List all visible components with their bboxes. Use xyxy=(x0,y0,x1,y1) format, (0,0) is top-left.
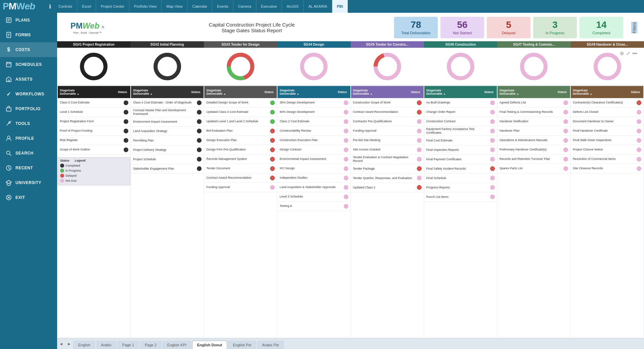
table-row[interactable]: Change Order Report xyxy=(424,107,497,117)
sidebar-item-assets[interactable]: ASSETS xyxy=(0,72,57,87)
table-row[interactable]: Project Schedule xyxy=(131,155,204,164)
table-row[interactable]: Pre-bid Site Meeting xyxy=(351,136,424,145)
nav-al-akaria[interactable]: AL AKARIA xyxy=(304,0,332,13)
table-row[interactable]: Project Closure Notice xyxy=(571,145,643,155)
table-row[interactable]: Deferts List Closed xyxy=(571,107,643,117)
tab-english-kpi[interactable]: English KPI xyxy=(162,341,191,349)
table-row[interactable]: Level 1 Schedule xyxy=(58,107,130,117)
table-row[interactable]: Tender Evaluation & Contract Negotiation… xyxy=(351,155,424,164)
table-row[interactable]: Contract Award Recommendation xyxy=(351,107,424,117)
table-row[interactable]: Spares Parts List xyxy=(498,164,570,173)
table-row[interactable]: Final Cost Estimate xyxy=(424,136,497,145)
table-row[interactable]: Preliminary Handover Certificate(s) xyxy=(498,145,570,155)
sidebar-item-forms[interactable]: FORMS xyxy=(0,28,57,42)
tab-arabic[interactable]: Arabic xyxy=(96,341,117,349)
table-row[interactable]: Land Acquisition & Stakeholder Approvals xyxy=(277,183,350,192)
table-row[interactable]: Operations & Maintenance Manuals xyxy=(498,136,570,145)
table-row[interactable]: Records Management System xyxy=(204,155,277,164)
table-row[interactable]: Contract Award Recommendation xyxy=(204,173,277,183)
table-row[interactable]: Scope of Work Outline xyxy=(58,145,130,155)
table-row[interactable]: Funding Approval xyxy=(204,183,277,192)
sidebar-item-schedules[interactable]: SCHEDULES xyxy=(0,57,57,72)
table-row[interactable]: Constructability Review xyxy=(277,126,350,136)
table-row[interactable]: Project Delivery Strategy xyxy=(131,145,204,155)
table-row[interactable]: Progress Reports xyxy=(424,183,497,192)
table-row[interactable]: Risk Register xyxy=(58,136,130,145)
nav-project-center[interactable]: Project Center xyxy=(96,0,129,13)
table-row[interactable]: Land Acquisition Strategy xyxy=(131,127,204,136)
table-row[interactable]: Final Inspection Reports xyxy=(424,145,497,155)
filter-tool[interactable]: ⚙ xyxy=(620,51,624,56)
sidebar-item-search[interactable]: SEARCH xyxy=(0,146,57,161)
nav-map-view[interactable]: Map View xyxy=(162,0,187,13)
expand-tool[interactable]: ⤢ xyxy=(626,51,630,56)
table-row[interactable]: Site Closeout Records xyxy=(571,164,643,173)
tab-prev-arrow[interactable]: ◄ xyxy=(57,339,65,349)
sidebar-item-recent[interactable]: RECENT xyxy=(0,161,57,175)
sidebar-item-profile[interactable]: PROFILE xyxy=(0,131,57,146)
table-row[interactable]: Document Handover to Owner xyxy=(571,117,643,126)
tab-arabic-pie[interactable]: Arabic Pie xyxy=(257,341,284,349)
nav-portfolio-view[interactable]: Portfolio View xyxy=(129,0,162,13)
sidebar-item-plans[interactable]: PLANS xyxy=(0,13,57,28)
table-row[interactable]: Handover Plan xyxy=(498,126,570,136)
table-row[interactable]: IFC Design xyxy=(277,164,350,173)
table-row[interactable]: Final Safety Incident Records xyxy=(424,164,497,174)
sidebar-item-portfolio[interactable]: PORTFOLIO xyxy=(0,101,57,116)
table-row[interactable]: Proof of Project Funding xyxy=(58,126,130,136)
table-row[interactable]: Handover Notification xyxy=(498,117,570,126)
table-row[interactable]: Class 4 Cost Estimate - Order of Magnitu… xyxy=(131,98,204,107)
sidebar-item-costs[interactable]: $ COSTS xyxy=(0,42,57,57)
table-row[interactable]: Stakeholder Engagement Plan xyxy=(131,164,204,174)
table-row[interactable]: Final Walk Down Inspections xyxy=(571,136,643,145)
table-row[interactable]: 30% Design Development xyxy=(277,98,350,107)
tab-page1[interactable]: Page 1 xyxy=(117,341,139,349)
table-row[interactable]: Design Contract xyxy=(277,145,350,155)
table-row[interactable]: Bid Evaluation Plan xyxy=(204,126,277,136)
nav-executive[interactable]: Executive xyxy=(256,0,282,13)
table-row[interactable]: Class 5 Cost Estimate xyxy=(58,98,130,107)
tab-english-donut[interactable]: English Donut xyxy=(192,341,227,349)
table-row[interactable]: Records and Retention Turnover Plan xyxy=(498,155,570,164)
table-row[interactable]: Environment Impact Assessment xyxy=(131,117,204,127)
table-row[interactable]: Tender Package xyxy=(351,164,424,174)
table-row[interactable]: Detailed Design Scope of Work xyxy=(204,98,277,107)
sidebar-item-university[interactable]: UNIVERSITY xyxy=(0,175,57,190)
table-row[interactable]: Funding Approval xyxy=(351,126,424,136)
table-row[interactable]: Construction Scope of Work xyxy=(351,98,424,107)
table-row[interactable]: Class 2 Cost Estimate xyxy=(277,117,350,126)
sidebar-item-workflows[interactable]: ✓ WORKFLOWS xyxy=(0,87,57,101)
nav-pbi[interactable]: PBI xyxy=(332,0,348,13)
table-row[interactable]: Updated Class 2 xyxy=(351,183,424,192)
table-row[interactable]: Contractor(s) Clearance Certificate(s) xyxy=(571,98,643,107)
table-row[interactable]: As-Built Drawings xyxy=(424,98,497,107)
nav-excel[interactable]: Excel xyxy=(77,0,96,13)
table-row[interactable]: Construction Execution Plan xyxy=(277,136,350,145)
table-row[interactable]: Design Firm Pre-Qualification xyxy=(204,145,277,155)
more-tool[interactable]: ••• xyxy=(632,51,637,56)
tab-page2[interactable]: Page 2 xyxy=(140,341,162,349)
info-button[interactable]: ℹ xyxy=(46,3,54,10)
table-row[interactable]: Design Execution Plan xyxy=(204,136,277,145)
table-row[interactable]: Level 3 Schedule xyxy=(277,192,350,202)
table-row[interactable]: Project Registration Form xyxy=(58,117,130,126)
nav-arcgis[interactable]: ArcGIS xyxy=(282,0,303,13)
table-row[interactable]: Final Payment Certificates xyxy=(424,155,497,164)
table-row[interactable]: Contractor Pre-Qualifications xyxy=(351,117,424,126)
table-row[interactable]: Equipment Factory Acceptance Test Certif… xyxy=(424,126,497,136)
tab-next-arrow[interactable]: ► xyxy=(65,339,73,349)
nav-events[interactable]: Events xyxy=(212,0,233,13)
table-row[interactable]: Final Schedule xyxy=(424,174,497,183)
table-row[interactable]: Site Access Granted xyxy=(351,145,424,155)
table-row[interactable]: Punch List Items xyxy=(424,192,497,202)
table-row[interactable]: 60% Design Development xyxy=(277,107,350,117)
table-row[interactable]: Updated Class 4 Cost Estimate xyxy=(204,107,277,117)
nav-controls[interactable]: Controls xyxy=(54,0,77,13)
table-row[interactable]: Final Testing & Commissioning Records xyxy=(498,107,570,117)
tab-english[interactable]: English xyxy=(73,341,95,349)
table-row[interactable]: Independent Studies xyxy=(277,173,350,183)
table-row[interactable]: Resolution of Commercial Items xyxy=(571,155,643,164)
nav-calendar[interactable]: Calendar xyxy=(187,0,212,13)
table-row[interactable]: Updated Level 1 and Level 2 Schedule xyxy=(204,117,277,126)
table-row[interactable]: Final Handover Certificate xyxy=(571,126,643,136)
